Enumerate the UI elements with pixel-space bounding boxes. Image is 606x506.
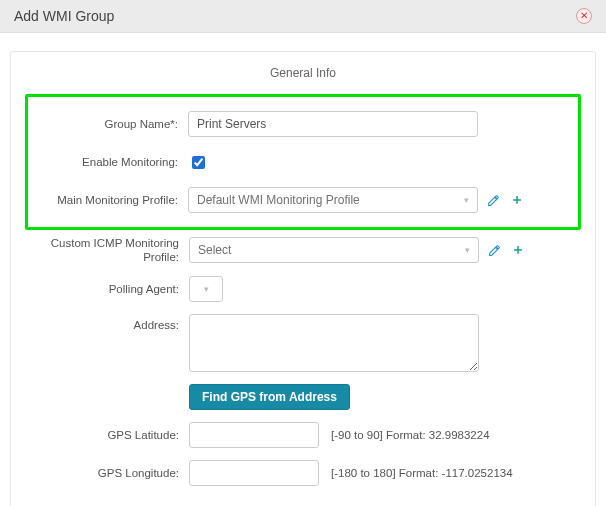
dialog-add-wmi-group: Add WMI Group ✕ General Info Group Name*… (0, 0, 606, 506)
add-main-profile-icon[interactable]: ＋ (508, 191, 526, 209)
label-address: Address: (29, 314, 189, 332)
custom-icmp-profile-select[interactable]: Select ▾ (189, 237, 479, 263)
find-gps-button[interactable]: Find GPS from Address (189, 384, 350, 410)
add-icmp-profile-icon[interactable]: ＋ (509, 241, 527, 259)
row-address: Address: (29, 314, 577, 372)
label-gps-lon: GPS Longitude: (29, 466, 189, 480)
panel-title: General Info (29, 66, 577, 80)
main-profile-select[interactable]: Default WMI Monitoring Profile ▾ (188, 187, 478, 213)
row-group-name: Group Name*: (28, 111, 568, 137)
label-gps-lat: GPS Latitude: (29, 428, 189, 442)
custom-icmp-profile-selected: Select (198, 243, 231, 257)
label-group-name: Group Name*: (28, 117, 188, 131)
row-find-gps: Find GPS from Address (29, 384, 577, 410)
edit-icmp-profile-icon[interactable] (485, 241, 503, 259)
label-custom-icmp-profile: Custom ICMP Monitoring Profile: (29, 236, 189, 264)
row-gps-lat: GPS Latitude: [-90 to 90] Format: 32.998… (29, 422, 577, 448)
row-custom-icmp-profile: Custom ICMP Monitoring Profile: Select ▾… (29, 236, 577, 264)
group-name-input[interactable] (188, 111, 478, 137)
label-enable-monitoring: Enable Monitoring: (28, 155, 188, 169)
dialog-body: General Info Group Name*: Enable Monitor… (0, 33, 606, 506)
chevron-down-icon: ▾ (465, 245, 470, 255)
gps-lat-input[interactable] (189, 422, 319, 448)
hint-gps-lon: [-180 to 180] Format: -117.0252134 (331, 467, 513, 479)
main-profile-selected: Default WMI Monitoring Profile (197, 193, 360, 207)
polling-agent-select[interactable]: ▾ (189, 276, 223, 302)
label-main-profile: Main Monitoring Profile: (28, 193, 188, 207)
row-gps-lon: GPS Longitude: [-180 to 180] Format: -11… (29, 460, 577, 486)
row-polling-agent: Polling Agent: ▾ (29, 276, 577, 302)
general-info-panel: General Info Group Name*: Enable Monitor… (10, 51, 596, 506)
label-polling-agent: Polling Agent: (29, 282, 189, 296)
dialog-title: Add WMI Group (14, 8, 114, 24)
chevron-down-icon: ▾ (464, 195, 469, 205)
hint-gps-lat: [-90 to 90] Format: 32.9983224 (331, 429, 490, 441)
row-main-profile: Main Monitoring Profile: Default WMI Mon… (28, 187, 568, 213)
highlighted-required-section: Group Name*: Enable Monitoring: Main Mon… (25, 94, 581, 230)
edit-main-profile-icon[interactable] (484, 191, 502, 209)
dialog-header: Add WMI Group ✕ (0, 0, 606, 33)
address-textarea[interactable] (189, 314, 479, 372)
close-icon[interactable]: ✕ (576, 8, 592, 24)
gps-lon-input[interactable] (189, 460, 319, 486)
row-enable-monitoring: Enable Monitoring: (28, 149, 568, 175)
enable-monitoring-checkbox[interactable] (192, 156, 205, 169)
chevron-down-icon: ▾ (204, 284, 209, 294)
